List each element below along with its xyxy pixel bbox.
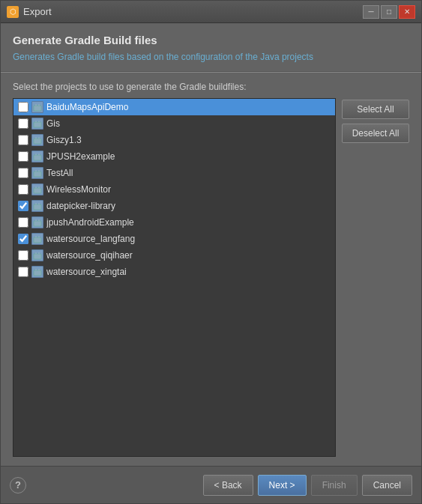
svg-rect-11 <box>38 154 40 155</box>
list-item[interactable]: watersource_langfang <box>13 231 335 247</box>
page-title: Generate Gradle Build files <box>13 34 409 46</box>
svg-rect-23 <box>38 219 40 221</box>
help-button[interactable]: ? <box>10 477 26 494</box>
svg-rect-21 <box>34 221 41 226</box>
list-item[interactable]: Gis <box>13 115 335 132</box>
list-item[interactable]: jpushAndroidExample <box>13 214 335 231</box>
window-icon: ⬡ <box>7 6 19 18</box>
list-and-buttons: BaiduMapsApiDemo Gis Giszy1.3 JPUSH2exam… <box>13 98 409 457</box>
list-item[interactable]: WirelessMonitor <box>13 181 335 198</box>
project-icon <box>31 118 43 130</box>
svg-rect-0 <box>34 106 41 111</box>
project-icon <box>31 216 43 228</box>
project-checkbox[interactable] <box>18 267 28 277</box>
title-bar: ⬡ Export ─ □ ✕ <box>1 1 421 23</box>
svg-rect-2 <box>38 104 40 106</box>
project-checkbox[interactable] <box>18 250 28 261</box>
project-name-label: Gis <box>46 118 60 129</box>
window-title: Export <box>23 6 363 17</box>
minimize-button[interactable]: ─ <box>363 5 379 19</box>
main-section: Select the projects to use to generate t… <box>1 73 421 466</box>
project-icon <box>31 167 43 179</box>
project-name-label: datepicker-library <box>46 201 115 211</box>
header-section: Generate Gradle Build files Generates Gr… <box>1 23 421 72</box>
svg-rect-24 <box>34 237 41 243</box>
svg-rect-1 <box>35 104 37 106</box>
project-icon <box>31 151 43 163</box>
project-name-label: jpushAndroidExample <box>46 217 134 228</box>
list-item[interactable]: datepicker-library <box>13 198 335 214</box>
svg-rect-32 <box>38 269 40 270</box>
list-item[interactable]: TestAll <box>13 165 335 181</box>
svg-rect-9 <box>34 155 41 160</box>
svg-rect-25 <box>35 236 37 237</box>
project-checkbox[interactable] <box>18 102 28 112</box>
svg-rect-6 <box>34 139 41 144</box>
footer-buttons: < Back Next > Finish Cancel <box>203 475 412 496</box>
finish-button[interactable]: Finish <box>311 475 358 496</box>
instruction-text: Select the projects to use to generate t… <box>13 82 409 92</box>
project-name-label: WirelessMonitor <box>46 184 111 195</box>
project-name-label: Giszy1.3 <box>46 135 82 145</box>
svg-rect-17 <box>38 186 40 188</box>
project-checkbox[interactable] <box>18 234 28 244</box>
project-checkbox[interactable] <box>18 201 28 211</box>
svg-rect-3 <box>34 122 41 127</box>
svg-rect-20 <box>38 203 40 204</box>
project-name-label: TestAll <box>46 168 73 178</box>
project-icon <box>31 266 43 278</box>
list-item[interactable]: JPUSH2example <box>13 148 335 165</box>
svg-rect-8 <box>38 137 40 139</box>
svg-rect-7 <box>35 137 37 139</box>
list-item[interactable]: watersource_qiqihaer <box>13 247 335 264</box>
footer-section: ? < Back Next > Finish Cancel <box>1 466 421 503</box>
project-icon <box>31 101 43 113</box>
project-checkbox[interactable] <box>18 118 28 129</box>
project-icon <box>31 134 43 146</box>
close-button[interactable]: ✕ <box>399 5 415 19</box>
content-area: Generate Gradle Build files Generates Gr… <box>1 23 421 503</box>
list-item[interactable]: Giszy1.3 <box>13 132 335 148</box>
svg-rect-13 <box>35 170 37 171</box>
list-item[interactable]: watersource_xingtai <box>13 264 335 280</box>
svg-rect-12 <box>34 171 41 177</box>
project-list[interactable]: BaiduMapsApiDemo Gis Giszy1.3 JPUSH2exam… <box>13 98 336 457</box>
svg-rect-5 <box>38 121 40 122</box>
svg-rect-19 <box>35 203 37 204</box>
svg-rect-16 <box>35 186 37 188</box>
project-icon <box>31 200 43 212</box>
svg-rect-10 <box>35 154 37 155</box>
svg-rect-22 <box>35 219 37 221</box>
page-description: Generates Gradle build files based on th… <box>13 51 409 64</box>
project-checkbox[interactable] <box>18 217 28 228</box>
back-button[interactable]: < Back <box>203 475 253 496</box>
svg-rect-30 <box>34 270 41 276</box>
cancel-button[interactable]: Cancel <box>362 475 412 496</box>
svg-rect-4 <box>35 121 37 122</box>
restore-button[interactable]: □ <box>381 5 397 19</box>
svg-rect-28 <box>35 252 37 254</box>
select-all-button[interactable]: Select All <box>342 100 409 119</box>
project-name-label: watersource_langfang <box>46 234 135 244</box>
project-icon <box>31 183 43 195</box>
window-controls: ─ □ ✕ <box>363 5 415 19</box>
deselect-all-button[interactable]: Deselect All <box>342 124 409 143</box>
side-buttons: Select All Deselect All <box>342 98 409 457</box>
project-checkbox[interactable] <box>18 184 28 195</box>
svg-rect-31 <box>35 269 37 270</box>
project-checkbox[interactable] <box>18 168 28 178</box>
project-name-label: watersource_xingtai <box>46 267 127 277</box>
svg-rect-29 <box>38 252 40 254</box>
export-window: ⬡ Export ─ □ ✕ Generate Gradle Build fil… <box>0 0 422 504</box>
svg-rect-15 <box>34 188 41 193</box>
project-name-label: JPUSH2example <box>46 151 115 162</box>
svg-rect-26 <box>38 236 40 237</box>
project-name-label: BaiduMapsApiDemo <box>46 102 128 112</box>
svg-rect-14 <box>38 170 40 171</box>
svg-rect-18 <box>34 204 41 210</box>
project-icon <box>31 249 43 261</box>
project-checkbox[interactable] <box>18 151 28 162</box>
next-button[interactable]: Next > <box>258 475 307 496</box>
project-checkbox[interactable] <box>18 135 28 145</box>
list-item[interactable]: BaiduMapsApiDemo <box>13 99 335 115</box>
